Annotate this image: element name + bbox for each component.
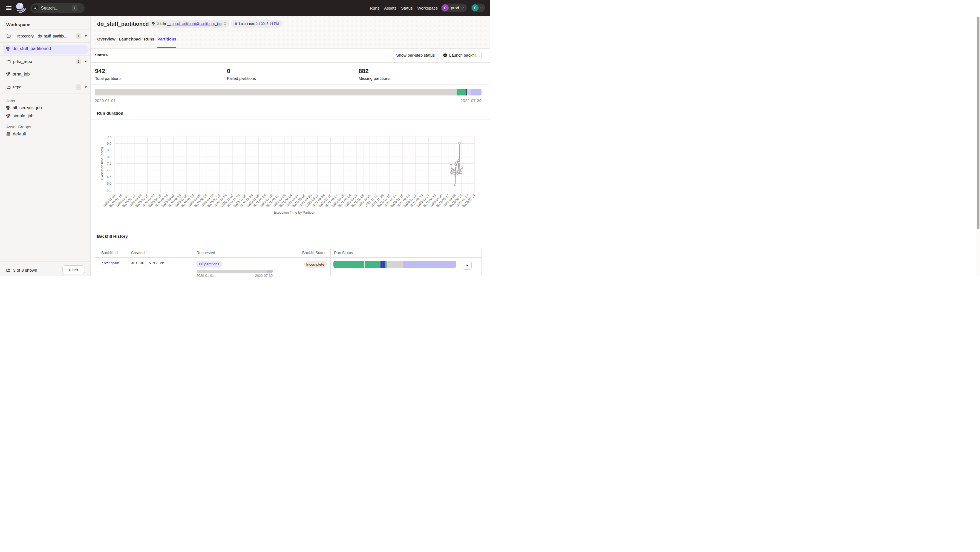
svg-text:8.5: 8.5 bbox=[107, 148, 111, 152]
svg-text:Execution Time by Partition: Execution Time by Partition bbox=[274, 211, 315, 214]
svg-text:8.0: 8.0 bbox=[107, 155, 111, 159]
svg-text:7.0: 7.0 bbox=[107, 168, 111, 172]
svg-text:Execution time (secs): Execution time (secs) bbox=[100, 147, 104, 180]
svg-text:7.5: 7.5 bbox=[107, 162, 111, 165]
svg-text:9.0: 9.0 bbox=[107, 142, 111, 146]
svg-text:5.5: 5.5 bbox=[107, 189, 111, 192]
svg-text:6.5: 6.5 bbox=[107, 175, 111, 179]
svg-text:9.5: 9.5 bbox=[107, 135, 111, 139]
svg-text:6.0: 6.0 bbox=[107, 182, 111, 186]
